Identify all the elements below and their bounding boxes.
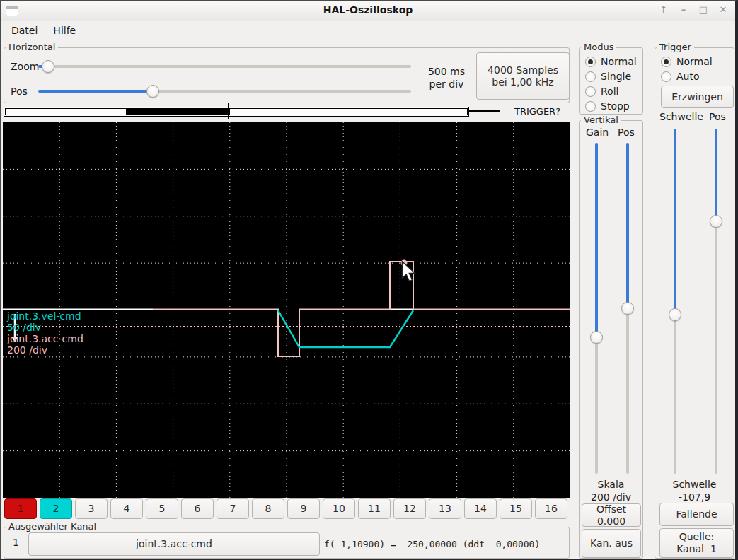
- record-trigger-tick: [228, 103, 229, 119]
- radio-icon: [585, 57, 596, 67]
- horizontal-group: Horizontal Zoom Pos 500 ms per div 4000 …: [4, 47, 570, 103]
- channel-off-button[interactable]: Kan. aus: [582, 529, 641, 558]
- horizontal-group-label: Horizontal: [6, 42, 58, 52]
- acc-cmd-trace: [153, 262, 570, 356]
- channel-button-5[interactable]: 5: [146, 498, 178, 519]
- vertikal-group: Vertikal Gain Pos Skala 200 /div Offset …: [579, 120, 643, 559]
- schwelle-label: Schwelle: [659, 111, 703, 122]
- zoom-slider-handle[interactable]: [42, 60, 54, 73]
- channel-button-15[interactable]: 15: [500, 498, 532, 519]
- selected-channel-group: Ausgewähler Kanal 1 joint.3.acc-cmd f( 1…: [4, 527, 570, 559]
- trigger-source-button[interactable]: Quelle: Kanal 1: [659, 528, 734, 558]
- trigger-level-slider[interactable]: [669, 129, 681, 474]
- record-tail-line: [469, 110, 500, 112]
- vertical-pos-label: Pos: [618, 127, 635, 138]
- vertical-pos-slider-fill: [626, 143, 629, 308]
- offset-button[interactable]: Offset 0.000: [582, 503, 641, 527]
- trigger-status-label: TRIGGER?: [505, 106, 570, 117]
- scope-display[interactable]: joint.3.vel-cmd50 /divjoint.3.acc-cmd200…: [3, 122, 570, 498]
- minimize-button[interactable]: –: [677, 3, 690, 17]
- modus-radio-stopp[interactable]: Stopp: [585, 100, 630, 112]
- zoom-slider[interactable]: [38, 60, 411, 73]
- maximize-button[interactable]: □: [697, 3, 710, 17]
- channel-button-6[interactable]: 6: [181, 498, 214, 519]
- channel-source-button[interactable]: joint.3.acc-cmd: [28, 532, 320, 556]
- channel-button-9[interactable]: 9: [287, 498, 320, 519]
- record-progress-bar: [4, 107, 469, 117]
- menu-datei[interactable]: Datei: [4, 22, 45, 41]
- trigger-group-label: Trigger: [657, 42, 694, 52]
- record-progress-inner: [5, 108, 468, 115]
- channel-button-12[interactable]: 12: [393, 498, 426, 519]
- trigger-level-slider-handle[interactable]: [669, 308, 681, 321]
- trigger-pos-slider-fill: [715, 129, 717, 221]
- scope-label: joint.3.acc-cmd: [7, 333, 83, 344]
- scope-label: joint.3.vel-cmd: [7, 310, 83, 322]
- vertical-pos-slider-handle[interactable]: [621, 302, 634, 315]
- app-window: HAL-Oszilloskop ↑ – □ ✕ Datei Hilfe Hori…: [0, 0, 738, 560]
- modus-radio-roll[interactable]: Roll: [585, 86, 618, 97]
- modus-group-label: Modus: [581, 42, 616, 52]
- close-button[interactable]: ✕: [717, 3, 730, 17]
- vertikal-group-label: Vertikal: [581, 115, 621, 125]
- trigger-level-readout-label: Schwelle: [655, 479, 734, 490]
- window-title: HAL-Oszilloskop: [1, 4, 735, 16]
- selected-channel-group-label: Ausgewähler Kanal: [6, 521, 99, 532]
- mouse-cursor-icon: [401, 261, 417, 282]
- channel-button-10[interactable]: 10: [323, 498, 355, 519]
- channel-button-16[interactable]: 16: [535, 498, 567, 519]
- pos-label: Pos: [11, 86, 28, 97]
- titlebar: HAL-Oszilloskop ↑ – □ ✕: [1, 1, 735, 21]
- skala-label: Skala: [580, 479, 642, 490]
- channel-button-11[interactable]: 11: [358, 498, 391, 519]
- radio-icon: [585, 71, 596, 82]
- pos-slider-handle[interactable]: [146, 85, 159, 98]
- trigger-level-slider-fill: [674, 129, 676, 315]
- vel-cmd-trace: [278, 310, 413, 347]
- menu-hilfe[interactable]: Hilfe: [45, 22, 83, 41]
- modus-group: Modus Normal Single Roll Stopp: [579, 47, 643, 115]
- scope-channel-labels: joint.3.vel-cmd50 /divjoint.3.acc-cmd200…: [7, 310, 83, 356]
- radio-icon: [585, 86, 596, 97]
- scope-canvas: [3, 122, 570, 498]
- channel-value-readout: f( 1,10900) = 250,00000 (ddt 0,00000): [324, 539, 540, 549]
- channel-button-4[interactable]: 4: [110, 498, 143, 519]
- trigger-radio-auto[interactable]: Auto: [661, 71, 700, 82]
- radio-icon: [585, 101, 596, 112]
- channel-button-7[interactable]: 7: [217, 498, 249, 519]
- modus-radio-single[interactable]: Single: [585, 71, 631, 82]
- pos-slider[interactable]: [38, 85, 411, 98]
- trigger-pos-slider[interactable]: [710, 129, 722, 474]
- radio-icon: [661, 57, 671, 67]
- scope-label: 50 /div: [7, 322, 83, 333]
- radio-icon: [661, 71, 671, 82]
- pos-slider-fill: [38, 90, 153, 93]
- modus-radio-normal[interactable]: Normal: [585, 56, 637, 67]
- zoom-label: Zoom: [11, 61, 39, 72]
- channel-button-3[interactable]: 3: [75, 498, 108, 519]
- trigger-pos-slider-handle[interactable]: [710, 215, 722, 228]
- channel-button-1[interactable]: 1: [4, 498, 37, 519]
- force-trigger-button[interactable]: Erzwingen: [661, 86, 734, 108]
- channel-button-8[interactable]: 8: [252, 498, 284, 519]
- channel-button-13[interactable]: 13: [429, 498, 461, 519]
- selected-channel-number: 1: [13, 537, 19, 548]
- timebase-readout: 500 ms per div: [415, 65, 478, 91]
- gain-slider-fill: [595, 143, 598, 337]
- trigger-pos-label: Pos: [709, 111, 726, 122]
- trigger-radio-normal[interactable]: Normal: [661, 56, 713, 67]
- vertical-pos-slider[interactable]: [621, 143, 634, 474]
- shade-button[interactable]: ↑: [657, 3, 670, 17]
- scope-label: 200 /div: [7, 344, 83, 356]
- trigger-group: Trigger Normal Auto Erzwingen Schwelle P…: [655, 47, 734, 559]
- channel-button-14[interactable]: 14: [464, 498, 497, 519]
- zoom-slider-track[interactable]: [38, 65, 411, 68]
- channel-button-2[interactable]: 2: [40, 498, 72, 519]
- gain-slider[interactable]: [590, 143, 603, 474]
- gain-slider-handle[interactable]: [590, 331, 603, 344]
- gain-label: Gain: [586, 127, 609, 138]
- trigger-edge-button[interactable]: Fallende: [659, 503, 734, 526]
- channel-button-row: 12345678910111213141516: [4, 498, 570, 519]
- skala-value: 200 /div: [580, 491, 642, 503]
- samples-button[interactable]: 4000 Samples bei 1,00 kHz: [476, 52, 570, 100]
